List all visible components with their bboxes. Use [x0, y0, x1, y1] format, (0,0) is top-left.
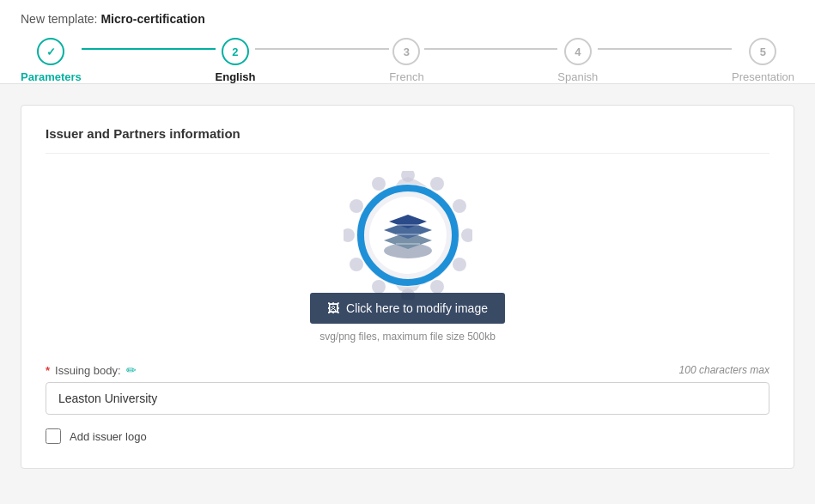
- main-card: Issuer and Partners information: [21, 105, 794, 469]
- add-logo-label[interactable]: Add issuer logo: [70, 430, 147, 443]
- issuing-body-input[interactable]: [46, 382, 769, 415]
- step-2-label: English: [216, 70, 256, 83]
- step-4-label: Spanish: [557, 70, 598, 83]
- step-2[interactable]: 2 English: [216, 38, 256, 83]
- svg-point-3: [453, 199, 466, 213]
- step-1-circle: ✓: [37, 38, 64, 65]
- card-title: Issuer and Partners information: [46, 126, 769, 154]
- connector-3-4: [424, 48, 558, 50]
- char-count: 100 characters max: [679, 364, 769, 376]
- svg-point-4: [461, 228, 472, 242]
- step-4[interactable]: 4 Spanish: [557, 38, 598, 83]
- edit-icon[interactable]: ✏: [126, 363, 137, 377]
- step-5-circle: 5: [749, 38, 776, 65]
- svg-point-6: [430, 280, 444, 294]
- step-4-circle: 4: [564, 38, 592, 65]
- step-3[interactable]: 3 French: [389, 38, 423, 83]
- image-hint: svg/png files, maximum file size 500kb: [319, 331, 496, 343]
- svg-point-9: [350, 258, 363, 271]
- connector-4-5: [598, 48, 732, 50]
- badge-image: [344, 171, 472, 300]
- image-section: 🖼 Click here to modify image svg/png fil…: [46, 171, 769, 343]
- modify-image-button[interactable]: 🖼 Click here to modify image: [310, 293, 505, 324]
- template-title: New template: Micro-certification: [21, 12, 794, 26]
- issuing-body-label: *Issuing body: ✏: [46, 363, 137, 377]
- step-5-label: Presentation: [732, 70, 794, 83]
- connector-2-3: [255, 48, 389, 50]
- svg-point-12: [372, 177, 386, 191]
- svg-point-8: [372, 280, 386, 294]
- step-3-label: French: [389, 70, 423, 83]
- svg-point-2: [430, 177, 444, 191]
- add-logo-row: Add issuer logo: [46, 428, 769, 444]
- step-3-circle: 3: [392, 38, 420, 65]
- connector-1-2: [82, 48, 216, 50]
- step-1-label: Parameters: [21, 70, 82, 83]
- add-logo-checkbox[interactable]: [46, 428, 61, 444]
- content-area: Issuer and Partners information: [0, 84, 815, 489]
- svg-point-5: [453, 258, 466, 271]
- step-5[interactable]: 5 Presentation: [732, 38, 794, 83]
- stepper: ✓ Parameters 2 English 3 French 4 Spanis…: [21, 38, 794, 83]
- svg-point-11: [350, 199, 363, 213]
- step-2-circle: 2: [222, 38, 249, 65]
- step-1[interactable]: ✓ Parameters: [21, 38, 82, 83]
- svg-point-10: [344, 228, 355, 242]
- issuing-body-header: *Issuing body: ✏ 100 characters max: [46, 363, 769, 377]
- image-icon: 🖼: [327, 301, 339, 315]
